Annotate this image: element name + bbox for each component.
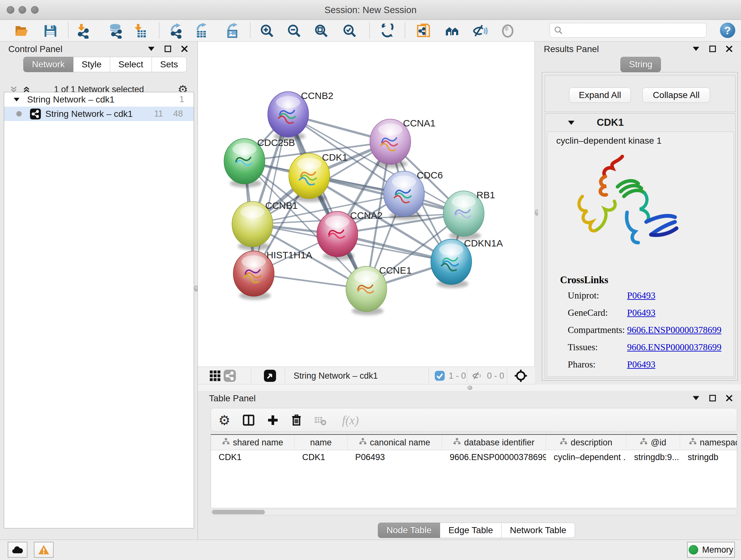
network-canvas[interactable]: CCNB2CCNA1CDC25BCDK1CDC6RB1CCNB1CCNA2CDK… bbox=[198, 42, 535, 367]
export-image-button[interactable] bbox=[225, 23, 241, 39]
cell-canonical-name[interactable]: P06493 bbox=[347, 450, 442, 464]
gray-eye-icon bbox=[500, 23, 515, 38]
close-panel-icon[interactable] bbox=[180, 45, 189, 53]
save-session-button[interactable] bbox=[42, 23, 59, 39]
selected-checkbox-icon[interactable] bbox=[434, 370, 446, 381]
tab-select[interactable]: Select bbox=[110, 57, 152, 72]
tab-network[interactable]: Network bbox=[23, 57, 73, 72]
panel-menu-icon[interactable] bbox=[692, 45, 700, 53]
crosslink-link[interactable]: 9606.ENSP00000378699 bbox=[627, 325, 722, 335]
expand-all-button[interactable]: Expand All bbox=[569, 87, 631, 103]
column-header--id[interactable]: @id bbox=[626, 435, 680, 450]
panel-menu-icon[interactable] bbox=[692, 394, 700, 402]
open-session-button[interactable] bbox=[13, 23, 30, 39]
network-node-label: CCNE1 bbox=[379, 265, 412, 275]
show-columns-icon[interactable] bbox=[240, 412, 257, 428]
export-table-button[interactable] bbox=[194, 23, 210, 39]
import-table-button[interactable] bbox=[131, 23, 148, 39]
first-neighbors-button[interactable] bbox=[444, 23, 461, 39]
cell-namespace[interactable]: stringdb bbox=[680, 450, 737, 464]
tab-node-table[interactable]: Node Table bbox=[378, 523, 440, 538]
network-node-HIST1H1A[interactable]: HIST1H1A bbox=[233, 250, 312, 300]
close-panel-icon[interactable] bbox=[725, 394, 733, 402]
export-network-button[interactable] bbox=[168, 23, 185, 39]
cell-description[interactable]: cyclin–dependent ... bbox=[546, 450, 626, 464]
network-node-CDC6[interactable]: CDC6 bbox=[384, 170, 443, 220]
network-node-label: CDC6 bbox=[417, 170, 443, 180]
collection-expand-icon[interactable] bbox=[14, 98, 19, 102]
column-header-canonical-name[interactable]: canonical name bbox=[347, 435, 442, 450]
search-field bbox=[549, 23, 706, 38]
string-results-container: Expand All Collapse All CDK1 cyclin–depe… bbox=[542, 72, 738, 381]
help-button[interactable]: ? bbox=[720, 23, 735, 38]
crosslink-link[interactable]: P06493 bbox=[627, 359, 656, 370]
tab-network-table[interactable]: Network Table bbox=[502, 523, 575, 538]
network-node-CCNA1[interactable]: CCNA1 bbox=[370, 118, 435, 168]
clone-network-button[interactable] bbox=[415, 23, 432, 39]
zoom-fit-button[interactable] bbox=[313, 23, 330, 39]
table-header-row: shared namenamecanonical namedatabase id… bbox=[211, 435, 737, 450]
column-header-shared-name[interactable]: shared name bbox=[211, 435, 294, 450]
column-header-namespace[interactable]: namespace bbox=[680, 435, 737, 450]
tab-sets[interactable]: Sets bbox=[152, 57, 187, 72]
network-node-CCNB2[interactable]: CCNB2 bbox=[268, 90, 333, 140]
delete-column-icon[interactable] bbox=[288, 412, 305, 428]
tab-edge-table[interactable]: Edge Table bbox=[440, 523, 502, 538]
cell-shared-name[interactable]: CDK1 bbox=[211, 450, 294, 464]
network-row[interactable]: String Network – cdk1 11 48 bbox=[4, 107, 194, 121]
cell-name[interactable]: CDK1 bbox=[294, 450, 347, 464]
column-header-description[interactable]: description bbox=[546, 435, 626, 450]
crosslink-row: Pharos:P06493 bbox=[568, 359, 727, 376]
float-panel-icon[interactable] bbox=[709, 394, 717, 402]
hide-selected-button[interactable] bbox=[472, 23, 488, 39]
fit-selected-crosshair-icon[interactable] bbox=[513, 368, 529, 384]
database-icon bbox=[108, 23, 124, 39]
collapse-all-button[interactable]: Collapse All bbox=[643, 87, 710, 103]
crosslink-label: Uniprot: bbox=[568, 290, 599, 301]
network-node-CDC25B[interactable]: CDC25B bbox=[224, 137, 295, 187]
column-header-name[interactable]: name bbox=[294, 435, 347, 450]
grid-view-icon[interactable] bbox=[207, 368, 223, 384]
create-column-icon[interactable] bbox=[265, 412, 281, 428]
cell--id[interactable]: stringdb:9... bbox=[626, 450, 680, 464]
import-network-file-button[interactable] bbox=[74, 23, 91, 39]
node-result-header[interactable]: CDK1 bbox=[545, 114, 735, 132]
memory-button[interactable]: Memory bbox=[687, 542, 735, 558]
crosslink-link[interactable]: 9606.ENSP00000378699 bbox=[627, 342, 722, 353]
network-collection-row[interactable]: String Network – cdk1 1 bbox=[4, 92, 194, 107]
horizontal-splitter[interactable] bbox=[198, 384, 741, 391]
tab-style[interactable]: Style bbox=[73, 57, 110, 72]
network-node-label: CCNB2 bbox=[301, 90, 333, 101]
cloud-status-button[interactable] bbox=[8, 542, 27, 558]
import-network-database-button[interactable] bbox=[108, 23, 124, 39]
warnings-button[interactable] bbox=[34, 542, 54, 558]
table-horizontal-scrollbar[interactable] bbox=[211, 509, 737, 515]
zoom-in-button[interactable] bbox=[259, 23, 275, 39]
zoom-selected-button[interactable] bbox=[341, 23, 358, 39]
crosslink-link[interactable]: P06493 bbox=[627, 307, 656, 318]
panel-menu-icon[interactable] bbox=[147, 45, 155, 53]
refresh-view-button[interactable] bbox=[379, 23, 395, 39]
show-all-button[interactable] bbox=[499, 23, 516, 39]
cell-database-identifier[interactable]: 9606.ENSP00000378699 bbox=[442, 450, 546, 464]
entry-description: cyclin–dependent kinase 1 bbox=[556, 136, 662, 146]
network-node-CCNE1[interactable]: CCNE1 bbox=[346, 265, 412, 315]
scrollbar-thumb[interactable] bbox=[212, 510, 265, 514]
entry-expand-icon[interactable] bbox=[568, 121, 575, 125]
close-panel-icon[interactable] bbox=[725, 45, 733, 53]
birds-eye-view-icon[interactable] bbox=[262, 368, 278, 384]
table-options-gear-icon[interactable]: ⚙ bbox=[216, 412, 232, 428]
search-input[interactable] bbox=[566, 24, 706, 37]
float-panel-icon[interactable] bbox=[164, 45, 172, 53]
horizontal-splitter-handle[interactable] bbox=[468, 386, 472, 390]
column-header-database-identifier[interactable]: database identifier bbox=[442, 435, 546, 450]
crosslink-link[interactable]: P06493 bbox=[627, 290, 656, 301]
zoom-out-button[interactable] bbox=[286, 23, 302, 39]
network-node-RB1[interactable]: RB1 bbox=[443, 190, 495, 240]
table-row[interactable]: CDK1CDK1P064939606.ENSP00000378699cyclin… bbox=[211, 450, 737, 464]
float-panel-icon[interactable] bbox=[709, 45, 717, 53]
network-node-CCNB1[interactable]: CCNB1 bbox=[232, 200, 298, 250]
tab-string[interactable]: String bbox=[620, 57, 661, 72]
network-node-CDKN1A[interactable]: CDKN1A bbox=[431, 238, 503, 288]
network-view-share-icon[interactable] bbox=[221, 368, 238, 384]
